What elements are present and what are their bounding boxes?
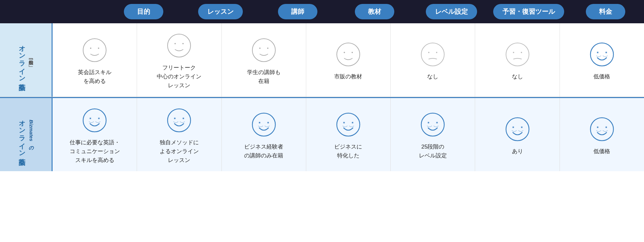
svg-point-7 xyxy=(259,48,261,49)
svg-point-53 xyxy=(590,118,613,141)
svg-point-13 xyxy=(428,52,429,53)
svg-point-31 xyxy=(174,118,175,119)
header-cells: 目的レッスン講師教材レベル設定予習・復習ツール料金 xyxy=(105,4,644,19)
cell-text-bizmates-6: 低価格 xyxy=(593,147,610,156)
header-pill-2: 講師 xyxy=(278,4,317,19)
face-icon-bizmates-3 xyxy=(335,111,361,138)
section-row-general: 「一般的な」オンライン英会話 英会話スキル を高める フリートーク 中心のオンラ… xyxy=(0,23,644,97)
svg-point-33 xyxy=(252,113,275,136)
svg-point-9 xyxy=(337,43,360,66)
svg-point-16 xyxy=(513,52,514,53)
svg-point-6 xyxy=(252,39,275,62)
cell-general-4: なし xyxy=(391,23,475,97)
svg-point-0 xyxy=(83,39,106,62)
svg-point-26 xyxy=(90,118,91,119)
svg-point-2 xyxy=(98,48,99,49)
side-mainlabel-general: オンライン英会話 xyxy=(18,41,27,79)
svg-point-22 xyxy=(606,52,607,53)
cell-text-general-1: フリートーク 中心のオンライン レッスン xyxy=(157,63,201,90)
cell-bizmates-3: ビジネスに 特化した xyxy=(306,98,391,171)
cell-text-general-4: なし xyxy=(427,72,438,81)
svg-point-12 xyxy=(421,43,444,66)
svg-point-42 xyxy=(352,122,353,123)
cell-text-bizmates-3: ビジネスに 特化した xyxy=(334,142,362,160)
cell-general-2: 学生の講師も 在籍 xyxy=(222,23,306,97)
cell-general-5: なし xyxy=(475,23,560,97)
cell-text-bizmates-5: あり xyxy=(512,147,523,156)
face-icon-bizmates-5 xyxy=(504,116,531,142)
cell-text-general-0: 英会話スキル を高める xyxy=(78,68,111,86)
header-cell-2: 講師 xyxy=(259,4,336,19)
face-icon-bizmates-2 xyxy=(251,111,277,138)
svg-point-51 xyxy=(513,127,514,128)
svg-point-11 xyxy=(352,52,353,53)
cell-general-6: 低価格 xyxy=(560,23,644,97)
content-area: 「一般的な」オンライン英会話 英会話スキル を高める フリートーク 中心のオンラ… xyxy=(0,23,644,171)
face-icon-bizmates-0 xyxy=(81,107,108,133)
header-pill-1: レッスン xyxy=(198,4,243,19)
svg-point-17 xyxy=(521,52,522,53)
side-label-general: 「一般的な」オンライン英会話 xyxy=(0,23,53,97)
header-pill-4: レベル設定 xyxy=(426,4,477,19)
cell-bizmates-0: 仕事に必要な英語・ コミュニケーション スキルを高める xyxy=(53,98,137,171)
svg-point-8 xyxy=(267,48,268,49)
svg-point-23 xyxy=(83,109,106,132)
face-icon-general-1 xyxy=(166,32,192,59)
cell-text-general-3: 市販の教材 xyxy=(334,72,362,81)
cell-text-general-2: 学生の講師も 在籍 xyxy=(247,68,281,86)
side-sublabel-general: 「一般的な」 xyxy=(28,57,34,62)
header-pill-6: 料金 xyxy=(586,4,625,19)
svg-point-48 xyxy=(506,118,529,141)
svg-point-28 xyxy=(168,109,191,132)
header-pill-3: 教材 xyxy=(355,4,394,19)
cell-bizmates-2: ビジネス経験者 の講師のみ在籍 xyxy=(222,98,306,171)
svg-point-41 xyxy=(343,122,345,123)
svg-point-57 xyxy=(606,127,607,128)
header-cell-3: 教材 xyxy=(336,4,413,19)
face-icon-general-6 xyxy=(589,41,615,68)
cell-text-bizmates-2: ビジネス経験者 の講師のみ在籍 xyxy=(244,142,283,160)
svg-point-1 xyxy=(90,48,91,49)
face-icon-general-5 xyxy=(504,41,531,68)
comparison-table: 目的レッスン講師教材レベル設定予習・復習ツール料金 「一般的な」オンライン英会話… xyxy=(0,0,644,171)
cell-text-bizmates-1: 独自メソッドに よるオンライン レッスン xyxy=(160,138,199,165)
side-mainlabel-bizmates: オンライン英会話 xyxy=(17,116,27,153)
svg-point-27 xyxy=(98,118,100,119)
face-icon-bizmates-6 xyxy=(589,116,615,142)
cell-bizmates-4: 25段階の レベル設定 xyxy=(391,98,475,171)
svg-point-18 xyxy=(590,43,613,66)
header-pill-5: 予習・復習ツール xyxy=(493,4,564,19)
svg-point-5 xyxy=(182,43,184,44)
svg-point-10 xyxy=(344,52,345,53)
cell-text-bizmates-0: 仕事に必要な英語・ コミュニケーション スキルを高める xyxy=(70,138,120,165)
side-label-bizmates: Bizmates のオンライン英会話 xyxy=(0,98,53,171)
header-cell-0: 目的 xyxy=(105,4,182,19)
data-cells-bizmates: 仕事に必要な英語・ コミュニケーション スキルを高める 独自メソッドに よるオン… xyxy=(53,98,644,171)
svg-point-37 xyxy=(267,122,269,123)
svg-point-3 xyxy=(168,34,191,57)
face-icon-bizmates-1 xyxy=(166,107,192,133)
svg-point-15 xyxy=(506,43,529,66)
cell-text-bizmates-4: 25段階の レベル設定 xyxy=(419,142,447,160)
data-cells-general: 英会話スキル を高める フリートーク 中心のオンライン レッスン 学生の講師も … xyxy=(53,23,644,97)
header-cell-6: 料金 xyxy=(567,4,644,19)
svg-point-32 xyxy=(183,118,184,119)
face-icon-bizmates-4 xyxy=(420,111,446,138)
svg-point-36 xyxy=(259,122,260,123)
header-pill-0: 目的 xyxy=(124,4,163,19)
face-icon-general-3 xyxy=(335,41,361,68)
header-cell-5: 予習・復習ツール xyxy=(490,4,567,19)
cell-general-1: フリートーク 中心のオンライン レッスン xyxy=(137,23,221,97)
svg-point-56 xyxy=(597,127,598,128)
face-icon-general-0 xyxy=(81,37,108,63)
cell-bizmates-6: 低価格 xyxy=(560,98,644,171)
svg-point-46 xyxy=(428,122,429,123)
section-row-bizmates: Bizmates のオンライン英会話 仕事に必要な英語・ コミュニケーション ス… xyxy=(0,97,644,171)
cell-general-3: 市販の教材 xyxy=(306,23,391,97)
header-cell-1: レッスン xyxy=(182,4,259,19)
svg-point-4 xyxy=(174,43,176,44)
svg-point-14 xyxy=(436,52,437,53)
svg-point-43 xyxy=(421,113,444,136)
svg-point-52 xyxy=(521,127,522,128)
side-sublabel-bizmates: Bizmates の xyxy=(28,120,34,148)
